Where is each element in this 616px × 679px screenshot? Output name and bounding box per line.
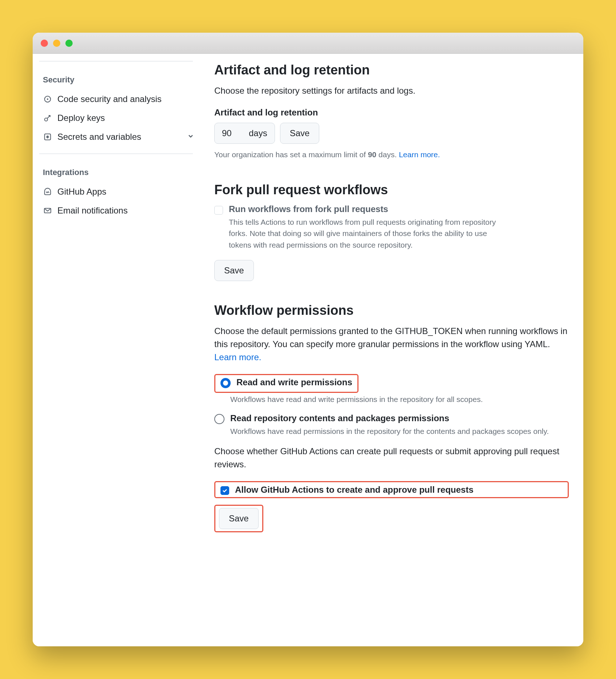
sidebar-item-code-security[interactable]: Code security and analysis xyxy=(39,90,199,109)
main-content: Artifact and log retention Choose the re… xyxy=(200,54,583,646)
chevron-down-icon xyxy=(187,132,194,142)
minimize-window-icon[interactable] xyxy=(53,40,60,47)
key-icon xyxy=(43,113,52,123)
section-title: Artifact and log retention xyxy=(214,62,569,78)
maximize-window-icon[interactable] xyxy=(65,40,73,47)
radio-description: Workflows have read and write permission… xyxy=(230,394,569,405)
learn-more-link[interactable]: Learn more. xyxy=(214,352,261,362)
radio-description: Workflows have read permissions in the r… xyxy=(230,426,569,437)
sidebar-item-email[interactable]: Email notifications xyxy=(39,201,199,220)
checkbox-label: Allow GitHub Actions to create and appro… xyxy=(235,485,563,495)
sidebar-heading-integrations: Integrations xyxy=(39,161,199,182)
sidebar-item-label: Secrets and variables xyxy=(57,132,141,142)
hubot-icon xyxy=(43,187,52,196)
fork-pr-section: Fork pull request workflows Run workflow… xyxy=(214,182,569,281)
section-description: Choose the default permissions granted t… xyxy=(214,325,569,364)
read-only-radio[interactable] xyxy=(214,414,224,424)
sidebar-heading-security: Security xyxy=(39,69,199,90)
settings-sidebar: Security Code security and analysis Depl… xyxy=(33,54,200,646)
read-write-radio[interactable] xyxy=(220,378,231,388)
app-window: Security Code security and analysis Depl… xyxy=(33,33,583,646)
sidebar-item-github-apps[interactable]: GitHub Apps xyxy=(39,182,199,201)
svg-point-2 xyxy=(45,118,48,121)
sidebar-item-label: Email notifications xyxy=(57,206,127,216)
retention-days-input-group: days xyxy=(214,123,275,144)
field-label: Artifact and log retention xyxy=(214,107,569,118)
radio-label: Read repository contents and packages pe… xyxy=(230,413,569,423)
retention-note: Your organization has set a maximum limi… xyxy=(214,149,569,160)
save-retention-button[interactable]: Save xyxy=(280,123,320,144)
section-description: Choose the repository settings for artif… xyxy=(214,84,569,97)
window-titlebar xyxy=(33,33,583,54)
allow-create-pr-checkbox[interactable] xyxy=(220,486,229,495)
svg-point-1 xyxy=(47,98,48,100)
asterisk-icon xyxy=(43,132,52,142)
close-window-icon[interactable] xyxy=(41,40,48,47)
section-title: Fork pull request workflows xyxy=(214,182,569,198)
save-permissions-button[interactable]: Save xyxy=(219,508,259,529)
scan-icon xyxy=(43,94,52,104)
checkbox-label: Run workflows from fork pull requests xyxy=(229,204,569,214)
mail-icon xyxy=(43,206,52,215)
radio-label: Read and write permissions xyxy=(236,377,352,387)
sidebar-item-secrets[interactable]: Secrets and variables xyxy=(39,127,199,146)
retention-days-input[interactable] xyxy=(215,123,247,143)
sidebar-item-label: GitHub Apps xyxy=(57,187,106,197)
sidebar-item-deploy-keys[interactable]: Deploy keys xyxy=(39,109,199,127)
learn-more-link[interactable]: Learn more. xyxy=(399,150,440,159)
save-fork-button[interactable]: Save xyxy=(214,260,254,281)
retention-days-unit: days xyxy=(247,128,275,138)
run-fork-workflows-checkbox[interactable] xyxy=(214,206,223,215)
section-title: Workflow permissions xyxy=(214,303,569,318)
workflow-permissions-section: Workflow permissions Choose the default … xyxy=(214,303,569,532)
sidebar-item-label: Code security and analysis xyxy=(57,94,162,104)
artifact-retention-section: Artifact and log retention Choose the re… xyxy=(214,62,569,160)
sub-description: Choose whether GitHub Actions can create… xyxy=(214,445,569,471)
checkbox-description: This tells Actions to run workflows from… xyxy=(229,216,498,251)
sidebar-item-label: Deploy keys xyxy=(57,113,105,123)
